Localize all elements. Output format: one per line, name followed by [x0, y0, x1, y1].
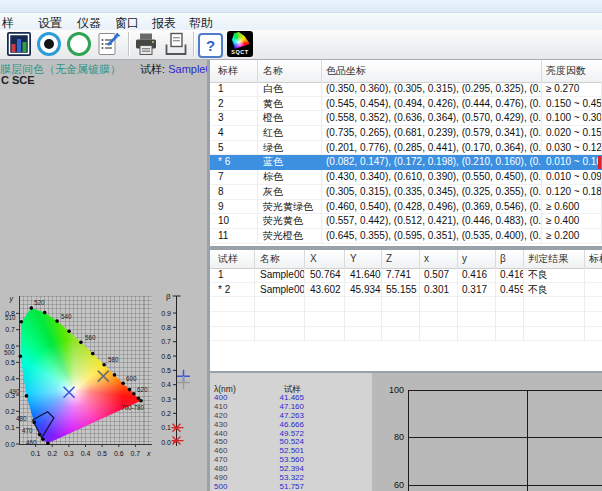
sqct-horseshoe-graphic — [232, 32, 249, 49]
samples-table-row[interactable]: * 2 Sample002 43.602 45.934 55.155 0.301… — [210, 283, 602, 298]
samples-table-row[interactable]: 1 Sample001 50.764 41.640 7.741 0.507 0.… — [210, 268, 602, 283]
samples-col-result[interactable]: 判定结果 — [524, 250, 585, 268]
selection-edge-marker — [598, 156, 601, 169]
toolbar: ? SQCT — [0, 30, 602, 60]
beta-tick-label: 0.4 — [161, 381, 171, 388]
standards-col-factor[interactable]: 亮度因数 — [542, 60, 602, 82]
spectral-row[interactable]: 500 51.757 — [207, 483, 317, 491]
standards-table-row[interactable]: 11 荧光橙色 (0.645, 0.355), (0.595, 0.351), … — [210, 229, 602, 244]
standard-name: 荧光黄色 — [258, 214, 322, 229]
samples-col-name[interactable]: 名称 — [255, 250, 305, 268]
chart-gridline-60 — [408, 485, 602, 486]
print-icon[interactable] — [133, 31, 160, 58]
chart-gridline-vertical — [527, 390, 528, 491]
standards-col-coords[interactable]: 色品坐标 — [322, 60, 542, 82]
report-export-icon[interactable] — [96, 31, 123, 58]
cie-x-tick-label: 0.3 — [64, 450, 74, 457]
sample-beta: 0.416 — [496, 268, 524, 283]
mode-prefix-partial: C — [1, 74, 9, 86]
samples-col-beta[interactable]: β — [496, 250, 524, 268]
standards-table-row[interactable]: 4 红色 (0.735, 0.265), (0.681, 0.239), (0.… — [210, 126, 602, 141]
samples-col-Y[interactable]: Y — [345, 250, 382, 268]
standard-factor: ≥ 0.200 — [542, 229, 602, 244]
wavelength-label: 470 — [22, 427, 33, 434]
wavelength-dot — [19, 354, 23, 358]
wavelength-label: 520 — [34, 299, 45, 306]
wavelength-label: 510 — [5, 314, 16, 321]
standard-name: 荧光橙色 — [258, 229, 322, 244]
cie-x-tick-label: 0.7 — [131, 450, 141, 457]
help-icon[interactable]: ? — [198, 33, 225, 60]
samples-empty-rows — [210, 297, 602, 341]
empty-row — [210, 297, 602, 312]
standards-table-row[interactable]: 3 橙色 (0.558, 0.352), (0.636, 0.364), (0.… — [210, 111, 602, 126]
vertical-splitter[interactable] — [207, 60, 210, 491]
standards-table-row[interactable]: * 6 蓝色 (0.082, 0.147), (0.172, 0.198), (… — [210, 155, 602, 170]
empty-row — [210, 312, 602, 327]
bar-chart-icon[interactable] — [6, 31, 33, 58]
wavelength-label: 620 — [137, 386, 148, 393]
samples-col-Z[interactable]: Z — [382, 250, 420, 268]
sample-y: 0.416 — [458, 268, 496, 283]
standards-table-row[interactable]: 2 黄色 (0.545, 0.454), (0.494, 0.426), (0.… — [210, 97, 602, 112]
beta-tick-label: 0.2 — [161, 410, 171, 417]
wavelength-dot — [121, 382, 125, 386]
beta-axis-label: β — [166, 292, 171, 301]
samples-table-header: 试样 名称 X Y Z x y β 判定结果 标样 — [210, 250, 602, 269]
standard-coords: (0.082, 0.147), (0.172, 0.198), (0.210, … — [322, 155, 542, 170]
sqct-app-icon[interactable]: SQCT — [227, 31, 254, 58]
samples-col-x[interactable]: x — [420, 250, 458, 268]
cie-y-tick-label: 0.7 — [5, 326, 15, 333]
sample-marker-x — [64, 387, 75, 398]
standards-table-row[interactable]: 10 荧光黄色 (0.557, 0.442), (0.512, 0.421), … — [210, 214, 602, 229]
samples-col-X[interactable]: X — [305, 250, 345, 268]
standard-factor: 0.030 ~ 0.120 — [542, 141, 602, 156]
wavelength-dot — [20, 320, 24, 324]
measurement-mode: SCE — [12, 74, 35, 86]
empty-row — [210, 327, 602, 342]
standard-coords: (0.645, 0.355), (0.595, 0.351), (0.535, … — [322, 229, 542, 244]
sample-extra — [585, 283, 602, 298]
standard-coords: (0.430, 0.340), (0.610, 0.390), (0.550, … — [322, 170, 542, 185]
wavelength-dot — [139, 399, 143, 403]
standards-table-row[interactable]: 5 绿色 (0.201, 0.776), (0.285, 0.441), (0.… — [210, 141, 602, 156]
save-output-icon[interactable] — [163, 31, 190, 58]
standards-table-row[interactable]: 8 灰色 (0.305, 0.315), (0.335, 0.345), (0.… — [210, 185, 602, 200]
cie-x-tick-label: 0.1 — [31, 450, 41, 457]
spectral-wavelength: 500 — [214, 483, 244, 491]
standard-factor: 0.010 ~ 0.100 — [542, 155, 602, 170]
standards-table-header: 标样 名称 色品坐标 亮度因数 — [210, 60, 602, 83]
sample-x: 0.301 — [420, 283, 458, 298]
standard-id: 9 — [210, 200, 258, 215]
sample-X: 50.764 — [305, 268, 345, 283]
standard-factor: 0.100 ~ 0.300 — [542, 111, 602, 126]
samples-col-standard-partial[interactable]: 标样 — [585, 250, 602, 268]
title-bar — [0, 0, 602, 13]
samples-col-y[interactable]: y — [458, 250, 496, 268]
cie-y-tick-label: 0.2 — [5, 408, 15, 415]
standards-col-id[interactable]: 标样 — [210, 60, 258, 82]
standards-table-body: 1 白色 (0.350, 0.360), (0.305, 0.315), (0.… — [210, 82, 602, 244]
standard-coords: (0.350, 0.360), (0.305, 0.315), (0.295, … — [322, 82, 542, 97]
measure-sample-ring-icon[interactable] — [66, 31, 93, 58]
sample-result: 不良 — [524, 268, 585, 283]
wavelength-label: 580 — [108, 356, 119, 363]
cie-x-tick-label: 0.4 — [81, 450, 91, 457]
chart-ytick-60: 60 — [374, 480, 404, 490]
samples-col-id[interactable]: 试样 — [210, 250, 255, 268]
standard-id: 4 — [210, 126, 258, 141]
standards-col-name[interactable]: 名称 — [258, 60, 322, 82]
measure-standard-target-icon[interactable] — [36, 31, 63, 58]
beta-tick-label: 0.1 — [161, 424, 171, 431]
standards-table-row[interactable]: 7 棕色 (0.430, 0.340), (0.610, 0.390), (0.… — [210, 170, 602, 185]
standard-name: 橙色 — [258, 111, 322, 126]
cie-x-axis-label: x — [146, 450, 151, 457]
standard-factor: ≥ 0.270 — [542, 82, 602, 97]
standard-name: 黄色 — [258, 97, 322, 112]
standard-factor: 0.120 ~ 0.180 — [542, 185, 602, 200]
beta-tick-label: 0.7 — [161, 338, 171, 345]
toolbar-separator — [193, 32, 195, 56]
sample-beta: 0.459 — [496, 283, 524, 298]
standards-table-row[interactable]: 1 白色 (0.350, 0.360), (0.305, 0.315), (0.… — [210, 82, 602, 97]
standards-table-row[interactable]: 9 荧光黄绿色 (0.460, 0.540), (0.428, 0.496), … — [210, 200, 602, 215]
